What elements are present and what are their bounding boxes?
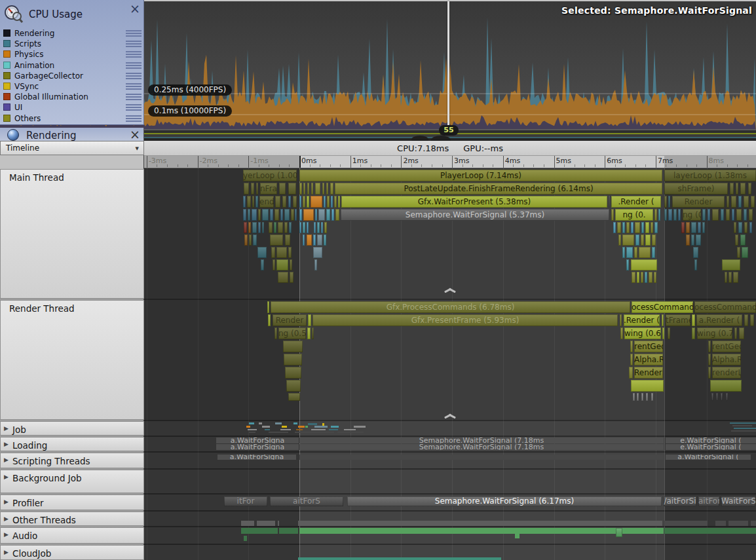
flame-bar-fragment[interactable] <box>303 222 305 233</box>
flame-bar-fragment[interactable] <box>279 183 286 195</box>
flame-bar[interactable]: wing (0.68 <box>624 327 661 339</box>
flame-bar[interactable]: rentGeo <box>634 341 663 352</box>
flame-bar-fragment[interactable] <box>308 314 311 326</box>
foldout-arrow-icon[interactable]: ▶ <box>4 498 9 505</box>
flame-bar-fragment[interactable] <box>630 354 633 365</box>
flame-bar-fragment[interactable] <box>668 196 670 208</box>
flame-bar-fragment[interactable] <box>731 430 756 432</box>
flame-bar-fragment[interactable] <box>626 222 630 233</box>
flame-bar-fragment[interactable] <box>282 426 287 428</box>
flame-bar-fragment[interactable] <box>751 196 755 208</box>
flame-bar-fragment[interactable] <box>274 209 279 221</box>
flame-bar[interactable]: tFrame <box>666 314 690 326</box>
flame-bar-fragment[interactable] <box>252 196 254 208</box>
foldout-arrow-icon[interactable]: ▶ <box>4 425 9 432</box>
legend-item-global-illumination[interactable]: Global Illumination <box>0 92 144 102</box>
flame-bar-fragment[interactable] <box>626 247 633 258</box>
legend-item-animation[interactable]: Animation <box>0 60 144 71</box>
flame-bar-fragment[interactable] <box>288 393 300 401</box>
flame-bar-fragment[interactable] <box>249 432 255 433</box>
flame-bar-fragment[interactable] <box>668 209 672 221</box>
flame-bar-fragment[interactable] <box>299 528 664 534</box>
flame-bar-fragment[interactable] <box>712 209 719 221</box>
flame-bar[interactable]: Render <box>273 314 307 326</box>
flame-bar-fragment[interactable] <box>637 393 639 401</box>
legend-item-rendering[interactable]: Rendering <box>0 28 144 39</box>
flame-bar-fragment[interactable] <box>307 196 309 208</box>
timeline-content[interactable]: yerLoop (1.00PlayerLoop (7.14ms)layerLoo… <box>144 168 756 560</box>
flame-bar[interactable]: Semaphore.WaitForSignal (6.17ms) <box>347 496 662 506</box>
flame-bar-fragment[interactable] <box>243 209 246 221</box>
flame-bar-fragment[interactable] <box>288 196 291 208</box>
flame-bar-fragment[interactable] <box>630 341 633 352</box>
flame-bar[interactable]: Semaphore.WaitForSignal (5.37ms) <box>341 209 609 221</box>
flame-bar-fragment[interactable] <box>269 222 273 233</box>
track-header-background-job[interactable]: ▶Background Job <box>0 470 144 493</box>
close-icon[interactable]: × <box>130 128 140 141</box>
flame-bar-fragment[interactable] <box>290 272 293 283</box>
flame-bar-fragment[interactable] <box>735 234 738 246</box>
drag-handle-icon[interactable] <box>126 115 142 122</box>
drag-handle-icon[interactable] <box>126 62 142 69</box>
flame-bar-fragment[interactable] <box>276 259 288 271</box>
flame-bar[interactable]: e.WaitForSignal ( <box>666 438 756 443</box>
flame-bar-fragment[interactable] <box>354 426 366 428</box>
flame-bar[interactable]: ng (0.5 <box>278 327 306 339</box>
flame-bar-fragment[interactable] <box>734 428 756 429</box>
flame-bar-fragment[interactable] <box>241 528 278 534</box>
flame-bar-fragment[interactable] <box>721 209 724 221</box>
flame-bar-fragment[interactable] <box>725 272 727 283</box>
flame-bar-fragment[interactable] <box>285 367 301 379</box>
flame-bar-fragment[interactable] <box>313 247 322 258</box>
flame-bar-fragment[interactable] <box>739 327 744 339</box>
flame-bar-fragment[interactable] <box>314 259 317 271</box>
flame-bar-fragment[interactable] <box>740 183 746 195</box>
flame-bar-fragment[interactable] <box>331 196 333 208</box>
track-header-main-thread[interactable]: Main Thread <box>0 169 144 299</box>
flame-bar-fragment[interactable] <box>708 209 710 221</box>
flame-bar-fragment[interactable] <box>262 209 269 221</box>
flame-bar-fragment[interactable] <box>708 354 711 365</box>
flame-bar-fragment[interactable] <box>275 196 280 208</box>
flame-bar[interactable]: WaitForSign <box>721 496 755 506</box>
flame-bar-fragment[interactable] <box>278 272 288 283</box>
flame-bar-fragment[interactable] <box>641 222 644 233</box>
flame-bar-fragment[interactable] <box>247 196 251 208</box>
flame-bar[interactable]: ng (0 <box>683 209 701 221</box>
flame-bar-fragment[interactable] <box>258 222 261 233</box>
drag-handle-icon[interactable] <box>126 51 142 58</box>
flame-bar-fragment[interactable] <box>609 196 610 208</box>
flame-bar[interactable]: Render <box>672 196 725 208</box>
flame-bar-fragment[interactable] <box>631 222 633 233</box>
flame-bar-fragment[interactable] <box>280 209 283 221</box>
flame-bar-fragment[interactable] <box>329 429 338 430</box>
flame-bar-fragment[interactable] <box>738 222 742 233</box>
time-ruler[interactable]: -3ms-2ms-1ms0ms1ms2ms3ms4ms5ms6ms7ms8ms <box>144 156 756 168</box>
flame-bar-fragment[interactable] <box>635 222 640 233</box>
flame-bar-fragment[interactable] <box>251 183 254 195</box>
flame-bar-fragment[interactable] <box>273 259 275 271</box>
flame-bar-fragment[interactable] <box>244 183 249 195</box>
flame-bar-fragment[interactable] <box>751 521 756 526</box>
flame-bar-fragment[interactable] <box>702 222 705 233</box>
flame-bar-fragment[interactable] <box>641 234 644 246</box>
flame-bar-fragment[interactable] <box>641 272 643 283</box>
flame-bar-fragment[interactable] <box>616 528 622 537</box>
drag-handle-icon[interactable] <box>126 73 142 79</box>
flame-bar-fragment[interactable] <box>314 426 328 428</box>
flame-bar[interactable]: itFor <box>224 496 267 506</box>
flame-bar-fragment[interactable] <box>335 209 339 221</box>
flame-bar-fragment[interactable] <box>733 272 738 283</box>
flame-bar-fragment[interactable] <box>652 247 655 258</box>
flame-bar[interactable]: ng (0. <box>615 209 653 221</box>
flame-bar-fragment[interactable] <box>293 422 297 424</box>
flame-bar-fragment[interactable] <box>646 393 648 401</box>
flame-bar-fragment[interactable] <box>280 429 291 430</box>
flame-bar-fragment[interactable] <box>649 272 652 283</box>
flame-bar-fragment[interactable] <box>303 183 305 195</box>
flame-bar[interactable]: wing (0.71 <box>697 327 732 339</box>
flame-bar-fragment[interactable] <box>722 259 740 271</box>
flame-bar[interactable]: nFram <box>260 183 277 195</box>
track-header-profiler[interactable]: ▶Profiler <box>0 495 144 510</box>
flame-bar-fragment[interactable] <box>744 209 747 221</box>
